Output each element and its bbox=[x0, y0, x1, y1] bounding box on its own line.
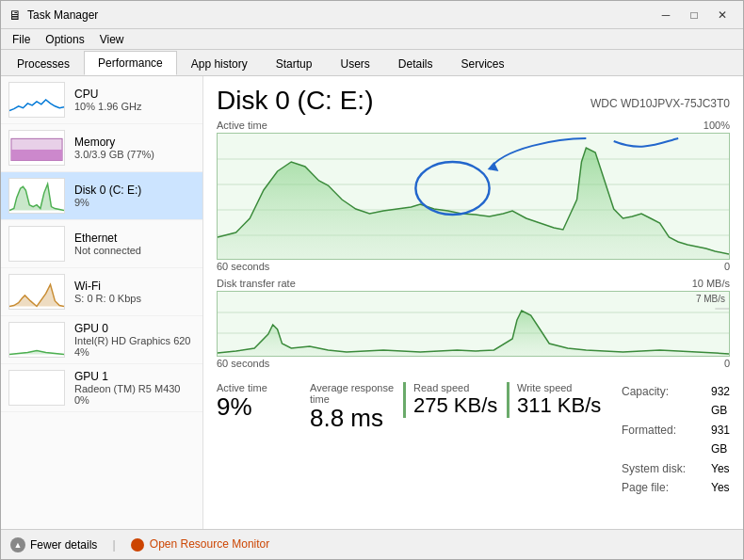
active-time-footer: 60 seconds 0 bbox=[217, 261, 730, 272]
capacity-val: 932 GB bbox=[711, 382, 730, 421]
main-panel: Disk 0 (C: E:) WDC WD10JPVX-75JC3T0 Acti… bbox=[203, 76, 743, 529]
gpu1-value: 0% bbox=[74, 394, 195, 406]
tab-processes[interactable]: Processes bbox=[3, 51, 84, 75]
tab-startup[interactable]: Startup bbox=[262, 51, 327, 75]
disk-thumbnail bbox=[8, 178, 65, 214]
wifi-value: S: 0 R: 0 Kbps bbox=[74, 293, 195, 304]
fewer-details-button[interactable]: ▲ Fewer details bbox=[10, 537, 97, 552]
close-button[interactable]: ✕ bbox=[709, 6, 736, 24]
chart-time-label: 60 seconds bbox=[217, 261, 269, 272]
response-time-label: Average response time bbox=[310, 382, 396, 405]
response-time-value: 8.8 ms bbox=[310, 405, 396, 432]
ethernet-value: Not connected bbox=[74, 245, 195, 256]
ethernet-label: Ethernet bbox=[74, 232, 195, 245]
resource-monitor-icon bbox=[131, 538, 144, 552]
memory-thumbnail bbox=[8, 130, 65, 166]
cpu-value: 10% 1.96 GHz bbox=[74, 101, 195, 112]
tab-bar: Processes Performance App history Startu… bbox=[1, 50, 743, 76]
transfer-time-label: 60 seconds bbox=[217, 358, 269, 369]
gpu0-subvalue: Intel(R) HD Graphics 620 bbox=[74, 335, 195, 346]
sidebar-item-cpu[interactable]: CPU 10% 1.96 GHz bbox=[1, 76, 202, 124]
tab-users[interactable]: Users bbox=[326, 51, 383, 75]
transfer-rate-section: Disk transfer rate 10 MB/s bbox=[217, 278, 730, 369]
menu-view[interactable]: View bbox=[92, 31, 132, 48]
title-bar-controls: ─ □ ✕ bbox=[653, 6, 736, 24]
page-file-val: Yes bbox=[711, 478, 730, 497]
active-time-chart bbox=[217, 133, 730, 260]
write-speed-label: Write speed bbox=[517, 382, 603, 393]
gpu0-label: GPU 0 bbox=[74, 322, 195, 335]
gpu0-info: GPU 0 Intel(R) HD Graphics 620 4% bbox=[74, 322, 195, 358]
svg-marker-11 bbox=[218, 311, 729, 357]
minimize-button[interactable]: ─ bbox=[653, 6, 679, 24]
title-bar-left: 🖥 Task Manager bbox=[8, 8, 98, 23]
bottom-bar: ▲ Fewer details | Open Resource Monitor bbox=[1, 529, 743, 559]
info-formatted: Formatted: 931 GB bbox=[622, 421, 730, 459]
fewer-details-icon: ▲ bbox=[10, 537, 25, 552]
window-title: Task Manager bbox=[27, 8, 98, 22]
svg-rect-1 bbox=[11, 150, 62, 161]
info-page-file: Page file: Yes bbox=[622, 478, 730, 497]
sidebar-item-ethernet[interactable]: Ethernet Not connected bbox=[1, 220, 202, 268]
stats-row: Active time 9% Average response time 8.8… bbox=[217, 382, 730, 497]
tab-services[interactable]: Services bbox=[447, 51, 519, 75]
transfer-rate-svg bbox=[218, 292, 729, 357]
memory-label: Memory bbox=[74, 136, 195, 149]
transfer-rate-footer: 60 seconds 0 bbox=[217, 358, 730, 369]
svg-marker-6 bbox=[218, 148, 729, 260]
disk-label: Disk 0 (C: E:) bbox=[74, 184, 195, 197]
sidebar: CPU 10% 1.96 GHz Memory 3.0/3.9 GB (77%) bbox=[1, 76, 203, 529]
menu-bar: File Options View bbox=[1, 29, 743, 50]
resource-monitor-label: Open Resource Monitor bbox=[150, 537, 269, 551]
active-time-section: Active time 100% bbox=[217, 120, 730, 272]
disk-model: WDC WD10JPVX-75JC3T0 bbox=[590, 86, 730, 110]
formatted-val: 931 GB bbox=[711, 421, 730, 459]
gpu1-thumbnail bbox=[8, 370, 65, 406]
title-bar: 🖥 Task Manager ─ □ ✕ bbox=[1, 1, 743, 29]
disk-info: Disk 0 (C: E:) 9% bbox=[74, 184, 195, 208]
fewer-details-label: Fewer details bbox=[30, 538, 97, 552]
tab-performance[interactable]: Performance bbox=[84, 51, 177, 75]
transfer-secondary-label: 7 MB/s bbox=[696, 294, 725, 304]
capacity-key: Capacity: bbox=[622, 382, 711, 421]
read-speed-stat: Read speed 275 KB/s bbox=[403, 382, 507, 418]
task-manager-window: 🖥 Task Manager ─ □ ✕ File Options View P… bbox=[0, 0, 744, 560]
gpu1-label: GPU 1 bbox=[74, 370, 195, 383]
tab-app-history[interactable]: App history bbox=[177, 51, 262, 75]
sidebar-item-disk[interactable]: Disk 0 (C: E:) 9% bbox=[1, 172, 202, 220]
transfer-rate-header: Disk transfer rate 10 MB/s bbox=[217, 278, 730, 289]
app-icon: 🖥 bbox=[8, 8, 22, 23]
sidebar-item-memory[interactable]: Memory 3.0/3.9 GB (77%) bbox=[1, 124, 202, 172]
maximize-button[interactable]: □ bbox=[681, 6, 707, 24]
ethernet-thumbnail bbox=[8, 226, 65, 262]
main-header: Disk 0 (C: E:) WDC WD10JPVX-75JC3T0 bbox=[217, 86, 730, 116]
gpu1-info: GPU 1 Radeon (TM) R5 M430 0% bbox=[74, 370, 195, 406]
divider: | bbox=[112, 538, 115, 552]
sidebar-item-gpu0[interactable]: GPU 0 Intel(R) HD Graphics 620 4% bbox=[1, 316, 202, 364]
chart-zero: 0 bbox=[724, 261, 730, 272]
active-time-stat: Active time 9% bbox=[217, 382, 310, 421]
wifi-thumbnail bbox=[8, 274, 65, 310]
system-disk-key: System disk: bbox=[622, 459, 711, 478]
tab-details[interactable]: Details bbox=[384, 51, 447, 75]
ethernet-info: Ethernet Not connected bbox=[74, 232, 195, 256]
read-speed-value: 275 KB/s bbox=[413, 393, 499, 418]
active-time-stat-value: 9% bbox=[217, 393, 302, 421]
gpu0-value: 4% bbox=[74, 346, 195, 358]
disk-info-table: Capacity: 932 GB Formatted: 931 GB Syste… bbox=[610, 382, 730, 497]
page-file-key: Page file: bbox=[622, 478, 711, 497]
open-resource-monitor-link[interactable]: Open Resource Monitor bbox=[131, 537, 270, 552]
sidebar-item-wifi[interactable]: Wi-Fi S: 0 R: 0 Kbps bbox=[1, 268, 202, 316]
cpu-thumbnail bbox=[8, 82, 65, 118]
active-time-header: Active time 100% bbox=[217, 120, 730, 131]
info-capacity: Capacity: 932 GB bbox=[622, 382, 730, 421]
sidebar-item-gpu1[interactable]: GPU 1 Radeon (TM) R5 M430 0% bbox=[1, 364, 202, 412]
gpu0-thumbnail bbox=[8, 322, 65, 358]
formatted-key: Formatted: bbox=[622, 421, 711, 459]
transfer-rate-chart: 7 MB/s bbox=[217, 291, 730, 357]
system-disk-val: Yes bbox=[711, 459, 730, 478]
menu-file[interactable]: File bbox=[5, 31, 38, 48]
menu-options[interactable]: Options bbox=[38, 31, 91, 48]
response-time-stat: Average response time 8.8 ms bbox=[310, 382, 403, 432]
gpu1-subvalue: Radeon (TM) R5 M430 bbox=[74, 383, 195, 394]
